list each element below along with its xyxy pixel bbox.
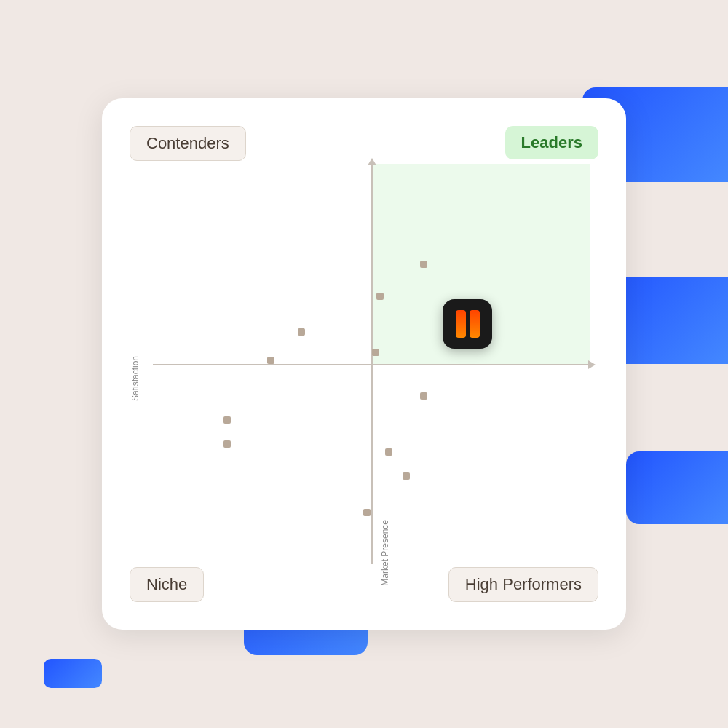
- main-card: Contenders Leaders Niche High Performers…: [102, 98, 626, 630]
- y-axis: [371, 164, 373, 564]
- x-axis-label: Market Presence: [380, 520, 390, 586]
- data-point-8: [420, 392, 427, 400]
- decorative-blob-bot-left: [44, 659, 102, 688]
- product-icon: [443, 299, 492, 349]
- label-leaders: Leaders: [505, 126, 598, 159]
- decorative-blob-bot-right: [626, 451, 728, 524]
- data-point-9: [385, 448, 392, 456]
- data-point-3: [298, 328, 305, 336]
- y-axis-label: Satisfaction: [130, 356, 141, 401]
- data-point-5: [267, 357, 274, 364]
- chart-area: Satisfaction Market Presence: [153, 164, 590, 564]
- data-point-2: [420, 261, 427, 268]
- icon-bar-left: [456, 310, 466, 338]
- label-contenders: Contenders: [130, 126, 246, 161]
- data-point-6: [223, 416, 231, 424]
- data-point-11: [363, 509, 371, 516]
- label-niche: Niche: [130, 567, 204, 602]
- y-axis-arrow: [368, 158, 376, 165]
- data-point-10: [403, 472, 410, 480]
- data-point-1: [376, 293, 384, 300]
- product-icon-inner: [456, 310, 480, 338]
- data-point-7: [223, 440, 231, 448]
- icon-bar-right: [470, 310, 480, 338]
- x-axis-arrow: [588, 360, 596, 369]
- data-point-4: [372, 349, 379, 356]
- label-high-performers: High Performers: [448, 567, 598, 602]
